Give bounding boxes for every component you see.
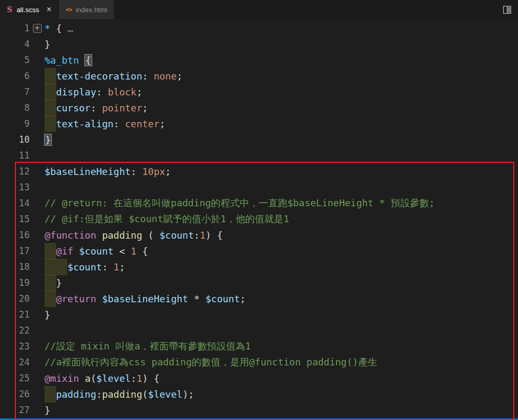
line-number: 27 <box>0 405 30 415</box>
code-line-18[interactable]: 18 $count: 1; <box>0 259 518 275</box>
line-number: 8 <box>0 102 30 113</box>
line-number: 12 <box>0 166 30 177</box>
line-number: 4 <box>0 39 30 49</box>
token-punct: : <box>91 102 102 113</box>
token-val: none <box>154 71 177 82</box>
code-line-7[interactable]: 7 display: block; <box>0 84 518 100</box>
code-line-6[interactable]: 6 text-decoration: none; <box>0 68 518 84</box>
token-var: $count <box>205 293 240 304</box>
token-var: $level <box>148 389 182 400</box>
code-line-25[interactable]: 25@mixin a($level:1) { <box>0 370 518 386</box>
token-kw: @return <box>56 293 96 304</box>
token-bm: { <box>85 55 92 66</box>
split-editor-icon[interactable] <box>503 5 512 14</box>
token-ind <box>45 68 56 84</box>
code-text: //a裡面執行內容為css padding的數值，是用@function pad… <box>45 356 377 369</box>
close-tab-icon[interactable]: × <box>47 5 51 14</box>
token-punct: } <box>45 39 50 50</box>
token-punct: ; <box>160 118 165 129</box>
token-ind <box>45 386 56 402</box>
token-punct <box>73 246 79 257</box>
token-punct: ; <box>136 86 142 98</box>
code-line-16[interactable]: 16@function padding ( $count:1) { <box>0 227 518 243</box>
editor-actions <box>496 0 518 19</box>
code-line-27[interactable]: 27} <box>0 402 518 418</box>
tab-bar-tabs: Sall.scss×<>index.html <box>0 0 115 19</box>
token-sel: * <box>45 23 50 34</box>
code-line-9[interactable]: 9 text-align: center; <box>0 116 518 132</box>
code-line-22[interactable]: 22 <box>0 322 518 338</box>
token-punct: * <box>188 293 206 304</box>
code-line-19[interactable]: 19 } <box>0 275 518 291</box>
token-punct: ); <box>182 389 194 400</box>
token-var: $count <box>79 246 113 257</box>
token-num: 1 <box>113 261 119 273</box>
line-number: 23 <box>0 341 30 352</box>
code-line-20[interactable]: 20 @return $baseLineHeight * $count; <box>0 291 518 307</box>
token-punct <box>96 293 102 304</box>
code-line-4[interactable]: 4} <box>0 36 518 52</box>
line-number: 20 <box>0 293 30 304</box>
code-line-13[interactable]: 13 <box>0 179 518 195</box>
code-text: //設定 mixin 叫做a，裡面帶有參數預設值為1 <box>45 340 251 353</box>
token-comment: // @if:但是如果 $count賦予的值小於1，他的值就是1 <box>45 213 289 224</box>
code-text: text-decoration: none; <box>45 71 182 82</box>
token-punct: ; <box>165 166 171 177</box>
code-text: @if $count < 1 { <box>45 246 148 257</box>
token-punct: < <box>113 246 131 257</box>
token-sel: %a_btn <box>45 55 79 66</box>
line-number: 9 <box>0 118 30 129</box>
code-text: } <box>45 39 50 50</box>
code-text: @function padding ( $count:1) { <box>45 230 223 241</box>
code-line-24[interactable]: 24//a裡面執行內容為css padding的數值，是用@function p… <box>0 354 518 370</box>
code-line-15[interactable]: 15// @if:但是如果 $count賦予的值小於1，他的值就是1 <box>0 211 518 227</box>
token-ind <box>45 100 56 116</box>
code-line-14[interactable]: 14// @return: 在這個名叫做padding的程式中，一直跑$base… <box>0 195 518 211</box>
gutter-fold-column: + <box>30 24 45 33</box>
code-line-12[interactable]: 12$baseLineHeight: 10px; <box>0 163 518 179</box>
code-line-8[interactable]: 8 cursor: pointer; <box>0 100 518 116</box>
code-line-11[interactable]: 11 <box>0 147 518 163</box>
tab-label: index.html <box>76 6 107 14</box>
token-var: $baseLineHeight <box>45 166 131 177</box>
tab-all.scss[interactable]: Sall.scss× <box>0 0 59 19</box>
line-number: 14 <box>0 198 30 208</box>
token-var: $count <box>160 230 194 241</box>
code-text: @mixin a($level:1) { <box>45 373 160 384</box>
code-line-5[interactable]: 5%a_btn { <box>0 52 518 68</box>
fold-expand-icon[interactable]: + <box>33 24 42 33</box>
code-text: display: block; <box>45 86 142 98</box>
html-file-icon: <> <box>66 7 72 13</box>
line-number: 15 <box>0 214 30 224</box>
tab-index.html[interactable]: <>index.html <box>59 0 115 19</box>
code-line-21[interactable]: 21} <box>0 307 518 322</box>
token-punct: ; <box>240 293 246 304</box>
token-fn: a <box>85 373 91 384</box>
code-text: } <box>45 309 50 320</box>
token-ind <box>45 116 56 132</box>
token-prop: text-decoration <box>56 71 143 82</box>
code-line-26[interactable]: 26 padding:padding($level); <box>0 386 518 402</box>
token-punct: } <box>56 277 62 288</box>
token-var: $count <box>67 261 102 273</box>
code-text: } <box>45 134 51 145</box>
token-prop: cursor <box>56 102 91 113</box>
token-punct: { <box>136 246 148 257</box>
token-prop: text-align <box>56 118 113 129</box>
token-val: center <box>125 118 160 129</box>
token-punct: : <box>131 166 143 177</box>
token-punct: : <box>194 230 200 241</box>
token-punct: ) { <box>142 373 160 384</box>
code-line-23[interactable]: 23//設定 mixin 叫做a，裡面帶有參數預設值為1 <box>0 338 518 354</box>
token-comment: //設定 mixin 叫做a，裡面帶有參數預設值為1 <box>45 340 251 352</box>
code-text: } <box>45 405 50 416</box>
token-comment: // @return: 在這個名叫做padding的程式中，一直跑$baseLi… <box>45 197 435 208</box>
token-kw: @if <box>56 246 74 257</box>
code-line-1[interactable]: 1+* { … <box>0 20 518 36</box>
line-number: 22 <box>0 325 30 336</box>
code-text: // @return: 在這個名叫做padding的程式中，一直跑$baseLi… <box>45 197 435 209</box>
token-kw: @mixin <box>45 373 79 384</box>
token-punct: ) { <box>205 230 223 241</box>
code-line-10[interactable]: 10} <box>0 132 518 147</box>
code-line-17[interactable]: 17 @if $count < 1 { <box>0 243 518 259</box>
